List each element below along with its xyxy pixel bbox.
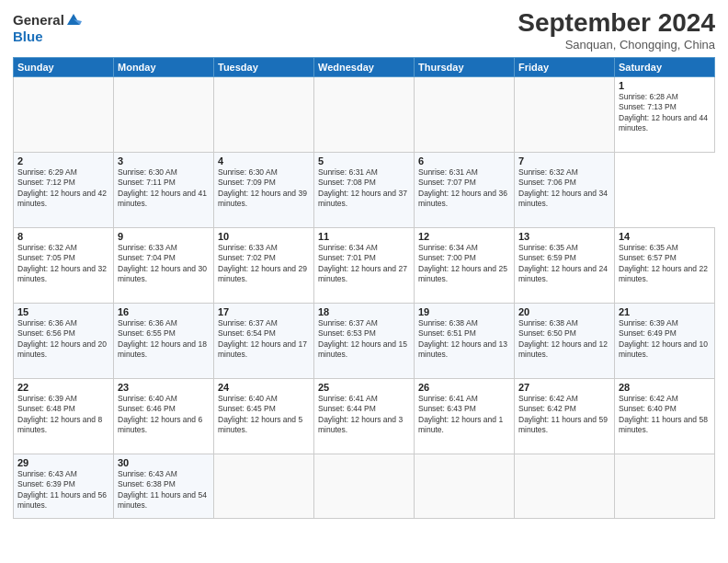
calendar-cell: 20Sunrise: 6:38 AMSunset: 6:50 PMDayligh…	[515, 303, 615, 378]
calendar-cell	[515, 454, 615, 518]
day-number: 22	[17, 382, 109, 393]
day-number: 19	[418, 306, 510, 317]
calendar-cell: 14Sunrise: 6:35 AMSunset: 6:57 PMDayligh…	[615, 227, 715, 303]
day-info: Sunrise: 6:31 AMSunset: 7:07 PMDaylight:…	[418, 167, 507, 208]
day-number: 2	[17, 155, 109, 167]
calendar-cell: 5Sunrise: 6:31 AMSunset: 7:08 PMDaylight…	[314, 152, 415, 227]
day-info: Sunrise: 6:38 AMSunset: 6:51 PMDaylight:…	[418, 318, 507, 359]
day-info: Sunrise: 6:37 AMSunset: 6:54 PMDaylight:…	[218, 318, 307, 359]
day-info: Sunrise: 6:36 AMSunset: 6:55 PMDaylight:…	[118, 318, 207, 359]
logo-blue: Blue	[13, 29, 43, 44]
day-number: 8	[17, 231, 109, 242]
day-info: Sunrise: 6:39 AMSunset: 6:48 PMDaylight:…	[17, 394, 102, 434]
calendar-cell: 2Sunrise: 6:29 AMSunset: 7:12 PMDaylight…	[14, 152, 114, 227]
day-info: Sunrise: 6:43 AMSunset: 6:39 PMDaylight:…	[17, 469, 107, 510]
empty-cell	[515, 76, 615, 152]
calendar-week-row: 29Sunrise: 6:43 AMSunset: 6:39 PMDayligh…	[14, 454, 715, 518]
day-number: 4	[218, 155, 310, 167]
calendar-cell: 27Sunrise: 6:42 AMSunset: 6:42 PMDayligh…	[515, 378, 615, 454]
calendar-cell: 4Sunrise: 6:30 AMSunset: 7:09 PMDaylight…	[214, 152, 314, 227]
day-info: Sunrise: 6:28 AMSunset: 7:13 PMDaylight:…	[619, 92, 708, 132]
day-number: 10	[218, 231, 310, 242]
calendar-cell: 8Sunrise: 6:32 AMSunset: 7:05 PMDaylight…	[14, 227, 114, 303]
day-info: Sunrise: 6:35 AMSunset: 6:57 PMDaylight:…	[619, 243, 708, 283]
day-info: Sunrise: 6:34 AMSunset: 7:01 PMDaylight:…	[318, 243, 407, 283]
calendar-cell: 19Sunrise: 6:38 AMSunset: 6:51 PMDayligh…	[415, 303, 515, 378]
day-number: 21	[619, 306, 711, 317]
calendar-header-row: SundayMondayTuesdayWednesdayThursdayFrid…	[14, 57, 715, 76]
day-number: 11	[318, 231, 410, 242]
calendar-cell	[314, 454, 415, 518]
day-number: 6	[418, 155, 510, 167]
calendar-cell: 1Sunrise: 6:28 AMSunset: 7:13 PMDaylight…	[615, 76, 715, 152]
day-info: Sunrise: 6:29 AMSunset: 7:12 PMDaylight:…	[17, 167, 107, 208]
day-info: Sunrise: 6:42 AMSunset: 6:42 PMDaylight:…	[518, 394, 608, 434]
calendar-day-header: Saturday	[615, 57, 715, 76]
calendar-cell: 22Sunrise: 6:39 AMSunset: 6:48 PMDayligh…	[14, 378, 114, 454]
calendar-week-row: 2Sunrise: 6:29 AMSunset: 7:12 PMDaylight…	[14, 152, 715, 227]
day-info: Sunrise: 6:39 AMSunset: 6:49 PMDaylight:…	[619, 318, 708, 359]
calendar-cell: 3Sunrise: 6:30 AMSunset: 7:11 PMDaylight…	[114, 152, 214, 227]
day-number: 23	[118, 382, 210, 393]
header: General Blue September 2024 Sanquan, Cho…	[13, 9, 715, 52]
calendar-cell	[415, 454, 515, 518]
day-number: 7	[518, 155, 610, 167]
day-info: Sunrise: 6:37 AMSunset: 6:53 PMDaylight:…	[318, 318, 407, 359]
day-info: Sunrise: 6:34 AMSunset: 7:00 PMDaylight:…	[418, 243, 507, 283]
day-info: Sunrise: 6:35 AMSunset: 6:59 PMDaylight:…	[518, 243, 608, 283]
calendar-cell: 11Sunrise: 6:34 AMSunset: 7:01 PMDayligh…	[314, 227, 415, 303]
day-number: 18	[318, 306, 410, 317]
calendar-week-row: 8Sunrise: 6:32 AMSunset: 7:05 PMDaylight…	[14, 227, 715, 303]
calendar-cell: 18Sunrise: 6:37 AMSunset: 6:53 PMDayligh…	[314, 303, 415, 378]
empty-cell	[415, 76, 515, 152]
day-info: Sunrise: 6:40 AMSunset: 6:46 PMDaylight:…	[118, 394, 202, 434]
empty-cell	[14, 76, 114, 152]
day-number: 1	[619, 80, 711, 91]
day-info: Sunrise: 6:41 AMSunset: 6:43 PMDaylight:…	[418, 394, 503, 434]
day-number: 13	[518, 231, 610, 242]
day-info: Sunrise: 6:33 AMSunset: 7:02 PMDaylight:…	[218, 243, 307, 283]
day-number: 26	[418, 382, 510, 393]
day-info: Sunrise: 6:30 AMSunset: 7:11 PMDaylight:…	[118, 167, 207, 208]
logo-general: General	[13, 13, 64, 29]
logo-icon	[65, 12, 82, 27]
calendar-cell: 17Sunrise: 6:37 AMSunset: 6:54 PMDayligh…	[214, 303, 314, 378]
calendar-cell: 30Sunrise: 6:43 AMSunset: 6:38 PMDayligh…	[114, 454, 214, 518]
month-title: September 2024	[518, 9, 715, 38]
calendar-day-header: Friday	[515, 57, 615, 76]
day-info: Sunrise: 6:41 AMSunset: 6:44 PMDaylight:…	[318, 394, 403, 434]
day-info: Sunrise: 6:40 AMSunset: 6:45 PMDaylight:…	[218, 394, 302, 434]
calendar-cell: 10Sunrise: 6:33 AMSunset: 7:02 PMDayligh…	[214, 227, 314, 303]
day-number: 3	[118, 155, 210, 167]
calendar-cell: 28Sunrise: 6:42 AMSunset: 6:40 PMDayligh…	[615, 378, 715, 454]
logo: General Blue	[13, 13, 82, 45]
day-info: Sunrise: 6:33 AMSunset: 7:04 PMDaylight:…	[118, 243, 207, 283]
day-number: 5	[318, 155, 410, 167]
subtitle: Sanquan, Chongqing, China	[518, 38, 715, 52]
calendar-cell: 15Sunrise: 6:36 AMSunset: 6:56 PMDayligh…	[14, 303, 114, 378]
calendar-cell: 12Sunrise: 6:34 AMSunset: 7:00 PMDayligh…	[415, 227, 515, 303]
calendar-cell: 6Sunrise: 6:31 AMSunset: 7:07 PMDaylight…	[415, 152, 515, 227]
day-number: 20	[518, 306, 610, 317]
calendar-week-row: 15Sunrise: 6:36 AMSunset: 6:56 PMDayligh…	[14, 303, 715, 378]
calendar-day-header: Wednesday	[314, 57, 415, 76]
calendar-table: SundayMondayTuesdayWednesdayThursdayFrid…	[13, 57, 715, 519]
calendar-cell: 13Sunrise: 6:35 AMSunset: 6:59 PMDayligh…	[515, 227, 615, 303]
day-number: 17	[218, 306, 310, 317]
calendar-cell: 7Sunrise: 6:32 AMSunset: 7:06 PMDaylight…	[515, 152, 615, 227]
day-number: 16	[118, 306, 210, 317]
day-info: Sunrise: 6:32 AMSunset: 7:06 PMDaylight:…	[518, 167, 608, 208]
day-number: 29	[17, 457, 109, 468]
calendar-week-row: 1Sunrise: 6:28 AMSunset: 7:13 PMDaylight…	[14, 76, 715, 152]
day-info: Sunrise: 6:38 AMSunset: 6:50 PMDaylight:…	[518, 318, 608, 359]
calendar-day-header: Tuesday	[214, 57, 314, 76]
day-number: 9	[118, 231, 210, 242]
day-number: 30	[118, 457, 210, 468]
calendar-cell: 16Sunrise: 6:36 AMSunset: 6:55 PMDayligh…	[114, 303, 214, 378]
empty-cell	[114, 76, 214, 152]
day-info: Sunrise: 6:36 AMSunset: 6:56 PMDaylight:…	[17, 318, 107, 359]
calendar-cell: 24Sunrise: 6:40 AMSunset: 6:45 PMDayligh…	[214, 378, 314, 454]
calendar-cell: 26Sunrise: 6:41 AMSunset: 6:43 PMDayligh…	[415, 378, 515, 454]
calendar-cell	[214, 454, 314, 518]
empty-cell	[214, 76, 314, 152]
